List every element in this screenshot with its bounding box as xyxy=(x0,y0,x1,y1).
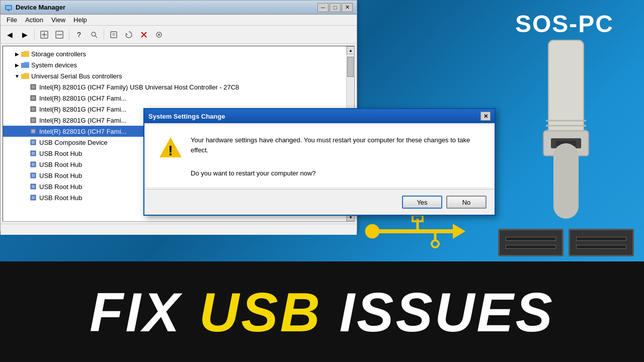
toolbar-search-btn[interactable] xyxy=(87,28,101,41)
usb-slot-4 xyxy=(576,245,626,249)
toolbar-uninstall-btn[interactable] xyxy=(137,28,151,41)
close-button[interactable]: ✕ xyxy=(342,3,353,12)
tree-node-intel-2[interactable]: Intel(R) 82801G (ICH7 Fami... xyxy=(3,93,354,104)
no-expand-hub-5 xyxy=(21,194,29,202)
svg-rect-39 xyxy=(32,119,35,122)
menu-file[interactable]: File xyxy=(3,15,21,25)
restore-button[interactable]: □ xyxy=(330,3,341,12)
svg-rect-45 xyxy=(32,152,35,155)
banner-fix: FIX xyxy=(90,281,199,343)
tree-node-storage[interactable]: ▶ Storage controllers xyxy=(3,48,354,59)
chip-icon-2 xyxy=(29,94,37,102)
minimize-button[interactable]: ─ xyxy=(317,3,329,12)
dialog-title: System Settings Change xyxy=(148,113,480,120)
toolbar-sep-3 xyxy=(104,29,104,40)
intel-4-label: Intel(R) 82801G (ICH7 Fami... xyxy=(39,117,126,124)
svg-marker-27 xyxy=(126,33,128,35)
no-button[interactable]: No xyxy=(446,196,487,209)
usb-hub-icon-3 xyxy=(29,171,37,179)
storage-label: Storage controllers xyxy=(31,50,86,58)
dialog-question-text: Do you want to restart your computer now… xyxy=(191,169,480,177)
usb-port-2 xyxy=(569,229,634,256)
usb-hub-2-label: USB Root Hub xyxy=(39,161,82,168)
chip-icon-3 xyxy=(29,105,37,113)
no-expand-1 xyxy=(21,83,29,91)
dialog-titlebar: System Settings Change ✕ xyxy=(144,109,495,123)
usb-hub-icon-4 xyxy=(29,183,37,191)
svg-rect-49 xyxy=(32,174,35,177)
svg-text:!: ! xyxy=(168,143,173,158)
dialog-footer: Yes No xyxy=(144,189,495,215)
usb-hub-5-label: USB Root Hub xyxy=(39,194,82,202)
chip-icon-4 xyxy=(29,116,37,124)
toolbar-help-btn[interactable]: ? xyxy=(72,28,86,41)
toolbar-properties-btn[interactable] xyxy=(107,28,121,41)
menu-view[interactable]: View xyxy=(47,15,69,25)
svg-rect-51 xyxy=(32,185,35,188)
toolbar-collapse-btn[interactable] xyxy=(52,28,66,41)
dialog-message-row: ! Your hardware settings have changed. Y… xyxy=(158,135,480,159)
no-expand-hub-4 xyxy=(21,183,29,191)
svg-point-22 xyxy=(92,32,96,36)
expand-storage-icon[interactable]: ▶ xyxy=(13,50,21,58)
toolbar-update-btn[interactable] xyxy=(122,28,136,41)
menu-help[interactable]: Help xyxy=(69,15,91,25)
no-expand-2 xyxy=(21,94,29,102)
dialog-message-text: Your hardware settings have changed. You… xyxy=(191,135,480,155)
system-folder-icon xyxy=(21,61,29,69)
tree-node-intel-1[interactable]: Intel(R) 82801G (ICH7 Family) USB Univer… xyxy=(3,81,354,93)
menu-action[interactable]: Action xyxy=(21,15,47,25)
svg-rect-15 xyxy=(6,6,11,9)
bottom-banner: FIX USB ISSUES xyxy=(0,261,644,362)
banner-text: FIX USB ISSUES xyxy=(90,280,554,344)
usb-hub-icon-5 xyxy=(29,194,37,202)
no-expand-4 xyxy=(21,116,29,124)
toolbar-forward-btn[interactable]: ▶ xyxy=(18,28,32,41)
svg-rect-16 xyxy=(8,10,10,11)
usb-folder-icon xyxy=(21,72,29,80)
toolbar-sep-1 xyxy=(34,29,35,40)
usb-hub-icon-1 xyxy=(29,149,37,157)
usb-slot-2 xyxy=(506,245,556,249)
dialog-close-button[interactable]: ✕ xyxy=(480,112,491,121)
svg-rect-35 xyxy=(32,97,35,100)
usb-hub-1-label: USB Root Hub xyxy=(39,150,82,157)
scroll-up-btn[interactable]: ▲ xyxy=(347,46,355,54)
banner-issues: ISSUES xyxy=(322,281,554,343)
usb-ports xyxy=(498,229,634,256)
yes-button[interactable]: Yes xyxy=(402,196,442,209)
warning-icon: ! xyxy=(158,135,183,159)
window-titlebar: Device Manager ─ □ ✕ xyxy=(1,1,357,15)
svg-rect-41 xyxy=(32,130,35,133)
toolbar-back-btn[interactable]: ◀ xyxy=(3,28,17,41)
tree-node-system[interactable]: ▶ System devices xyxy=(3,59,354,70)
window-app-icon xyxy=(5,4,13,12)
system-label: System devices xyxy=(31,61,77,69)
intel-2-label: Intel(R) 82801G (ICH7 Fami... xyxy=(39,95,126,102)
no-expand-hub-2 xyxy=(21,160,29,168)
storage-folder-icon xyxy=(21,50,29,58)
tree-node-usb-controllers[interactable]: ▼ Universal Serial Bus controllers xyxy=(3,70,354,81)
no-expand-hub-3 xyxy=(21,171,29,179)
toolbar-expand-btn[interactable] xyxy=(37,28,51,41)
svg-rect-11 xyxy=(413,215,423,221)
window-controls[interactable]: ─ □ ✕ xyxy=(317,3,353,12)
svg-rect-53 xyxy=(32,196,35,199)
window-title: Device Manager xyxy=(16,4,317,11)
no-expand-usb-composite xyxy=(21,138,29,146)
usb-composite-label: USB Composite Device xyxy=(39,139,108,146)
usb-slot-1 xyxy=(506,237,556,241)
expand-usb-icon[interactable]: ▼ xyxy=(13,72,21,80)
toolbar-sep-2 xyxy=(69,29,69,40)
scroll-thumb[interactable] xyxy=(347,57,354,77)
usb-hub-3-label: USB Root Hub xyxy=(39,172,82,179)
intel-1-label: Intel(R) 82801G (ICH7 Family) USB Univer… xyxy=(39,83,239,91)
svg-marker-9 xyxy=(453,224,465,239)
svg-rect-37 xyxy=(32,108,35,111)
no-expand-hub-1 xyxy=(21,149,29,157)
chip-icon-5 xyxy=(29,127,37,135)
toolbar-scan-btn[interactable] xyxy=(152,28,166,41)
svg-rect-43 xyxy=(32,141,35,144)
expand-system-icon[interactable]: ▶ xyxy=(13,61,21,69)
svg-point-13 xyxy=(432,240,439,247)
